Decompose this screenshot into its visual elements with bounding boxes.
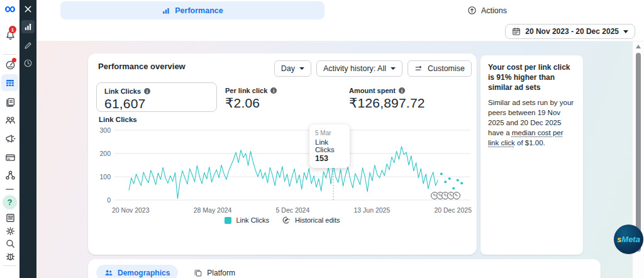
sidebar-item-reports-icon[interactable] <box>4 212 16 223</box>
customise-label: Customise <box>428 64 465 73</box>
insight-body-text: of $1.00. <box>515 139 545 147</box>
insight-body: Similar ad sets run by your peers betwee… <box>488 98 575 148</box>
performance-chart-icon <box>162 6 170 15</box>
calendar-icon <box>512 27 521 36</box>
sidebar-item-events-network-icon[interactable] <box>4 169 16 181</box>
chart-controls: Day Activity history: All Customise <box>274 60 472 77</box>
x-tick-label: 20 Nov 2023 <box>112 206 150 214</box>
tab-performance[interactable]: Performance <box>60 1 325 19</box>
rail-dash-divider <box>6 189 14 190</box>
help-button[interactable]: ? <box>3 195 17 209</box>
legend-link-clicks[interactable]: Link Clicks <box>225 216 269 224</box>
metric-value: 61,607 <box>104 96 209 111</box>
activity-history-label: Activity history: All <box>323 64 386 73</box>
watermark-text: Meta <box>621 235 640 244</box>
scrollbar-thumb[interactable] <box>636 53 641 252</box>
performance-overview-card: Performance overview Day Activity histor… <box>88 53 477 255</box>
date-range-picker[interactable]: 20 Nov 2023 - 20 Dec 2025 <box>505 24 635 39</box>
sidebar-item-billing-card-icon[interactable] <box>4 152 16 163</box>
insight-title: Your cost per link click is 91% higher t… <box>488 63 575 92</box>
legend-label: Link Clicks <box>236 216 269 224</box>
chevron-down-icon <box>623 30 628 33</box>
customise-button[interactable]: Customise <box>408 60 472 77</box>
notification-badge: 1 <box>9 26 16 33</box>
filters-bar: 20 Nov 2023 - 20 Dec 2025 <box>36 21 644 42</box>
metric-per-link-click[interactable]: Per link clicki ₹2.06 <box>225 87 277 111</box>
tab-performance-label: Performance <box>175 6 223 15</box>
edit-pencil-icon[interactable] <box>21 39 35 52</box>
customise-sliders-icon <box>414 64 423 73</box>
settings-gear-icon[interactable] <box>4 225 16 236</box>
actions-icon <box>467 6 477 15</box>
account-alert-dot <box>12 58 16 62</box>
rail-divider-bottom <box>3 265 16 266</box>
tab-demographics[interactable]: Demographics <box>96 265 178 278</box>
sidebar-item-pages-icon[interactable] <box>4 96 16 108</box>
x-tick-label: 5 Dec 2024 <box>276 206 310 214</box>
tooltip-value: 153 <box>315 154 344 163</box>
granularity-dropdown[interactable]: Day <box>274 60 311 77</box>
tab-actions[interactable]: Actions <box>462 0 512 21</box>
link-clicks-chart[interactable] <box>94 123 475 206</box>
metric-label: Per link click <box>225 87 267 94</box>
metric-label: Link Clicks <box>104 87 141 95</box>
tab-platform[interactable]: Platform <box>186 265 243 278</box>
tooltip-label: Link Clicks <box>315 138 344 153</box>
charts-panel-icon[interactable] <box>21 20 35 33</box>
scroll-up-arrow[interactable] <box>636 45 641 48</box>
tooltip-date: 5 Mar <box>315 130 344 136</box>
tab-demographics-label: Demographics <box>118 269 170 277</box>
report-bug-icon[interactable] <box>4 250 16 262</box>
sidebar-item-audiences-icon[interactable] <box>4 114 16 125</box>
granularity-label: Day <box>281 64 295 73</box>
chevron-down-icon <box>299 67 304 70</box>
metric-value: ₹2.06 <box>225 96 277 111</box>
platform-copy-icon <box>194 269 203 277</box>
history-clock-icon[interactable] <box>21 57 35 70</box>
rail-divider <box>3 54 16 55</box>
x-tick-label: 13 Jun 2025 <box>353 206 390 214</box>
tab-platform-label: Platform <box>207 269 235 277</box>
date-range-label: 20 Nov 2023 - 20 Dec 2025 <box>525 27 619 36</box>
chevron-down-icon <box>391 67 396 70</box>
metric-amount-spent[interactable]: Amount spenti ₹126,897.72 <box>349 87 425 111</box>
sidebar-item-campaigns[interactable] <box>1 74 18 91</box>
ads-manager-tool-rail <box>19 0 36 278</box>
info-icon[interactable]: i <box>399 87 405 94</box>
card-title: Performance overview <box>98 62 186 71</box>
search-icon[interactable] <box>4 238 16 249</box>
close-icon[interactable] <box>21 3 35 16</box>
legend-label: Historical edits <box>295 216 340 224</box>
legend-historical-edits[interactable]: Historical edits <box>282 216 340 225</box>
chart-tooltip: 5 Mar Link Clicks 153 <box>309 125 350 168</box>
metric-value: ₹126,897.72 <box>349 96 425 111</box>
x-tick-label: 28 May 2024 <box>194 206 232 214</box>
chart-title: Link Clicks <box>99 116 137 123</box>
historical-edits-icon <box>282 216 291 225</box>
info-icon[interactable]: i <box>270 87 277 94</box>
view-tabs-bar: Performance Actions <box>36 0 644 21</box>
demographics-people-icon <box>104 269 113 277</box>
tab-actions-label: Actions <box>481 6 507 15</box>
metric-label: Amount spent <box>349 87 396 94</box>
x-axis-labels: 20 Nov 202328 May 20245 Dec 202413 Jun 2… <box>112 206 472 214</box>
info-icon[interactable]: i <box>144 88 150 94</box>
insight-panel: Your cost per link click is 91% higher t… <box>480 55 583 255</box>
meta-logo-icon <box>4 3 16 14</box>
legend-swatch <box>225 217 231 224</box>
smeta-watermark-logo: sMeta <box>614 225 643 254</box>
chart-legend: Link Clicks Historical edits <box>88 216 477 225</box>
breakdown-card: Demographics Platform <box>88 259 601 278</box>
metric-link-clicks[interactable]: Link Clicksi 61,607 <box>96 82 217 112</box>
sidebar-item-advertise-megaphone-icon[interactable] <box>4 133 16 144</box>
left-sidebar: 1 ? <box>0 0 19 278</box>
activity-history-dropdown[interactable]: Activity history: All <box>316 60 402 77</box>
x-tick-label: 20 Dec 2025 <box>434 206 472 214</box>
historical-edit-marker[interactable]: ✎ <box>453 192 460 199</box>
